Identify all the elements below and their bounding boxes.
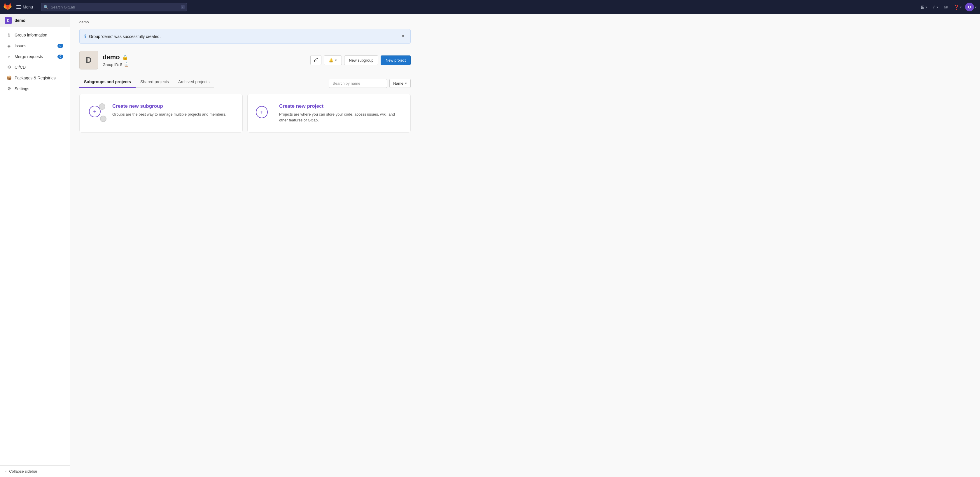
sidebar-group-name: demo xyxy=(14,18,25,23)
project-tabs: Subgroups and projects Shared projects A… xyxy=(80,77,214,88)
group-name: demo 🔒 xyxy=(103,53,129,61)
tab-archived-projects[interactable]: Archived projects xyxy=(173,77,214,88)
project-card-description: Projects are where you can store your co… xyxy=(279,112,402,123)
tab-subgroups-projects[interactable]: Subgroups and projects xyxy=(80,77,135,88)
sidebar-item-settings[interactable]: ⚙ Settings xyxy=(2,83,68,94)
merge-requests-badge: 0 xyxy=(57,54,63,59)
sidebar-item-packages[interactable]: 📦 Packages & Registries xyxy=(2,73,68,83)
avatar-dropdown-caret: ▾ xyxy=(975,6,977,9)
breadcrumb: demo xyxy=(80,20,410,24)
issues-icon: ◈ xyxy=(6,43,12,48)
group-info: D demo 🔒 Group ID: 5 📋 xyxy=(80,51,129,70)
merge-requests-icon: ⑃ xyxy=(6,54,12,59)
sidebar-item-label: Merge requests xyxy=(14,54,54,59)
search-input[interactable] xyxy=(41,3,187,11)
todos-button[interactable]: ✉ xyxy=(942,3,950,12)
sidebar-item-issues[interactable]: ◈ Issues 0 xyxy=(2,41,68,51)
cicd-icon: ⚙ xyxy=(6,64,12,70)
new-subgroup-button[interactable]: New subgroup xyxy=(344,56,379,65)
packages-icon: 📦 xyxy=(6,75,12,81)
sidebar-item-label: Packages & Registries xyxy=(14,76,63,80)
layout: D demo ℹ Group information ◈ Issues 0 ⑃ … xyxy=(0,14,980,477)
gitlab-logo[interactable] xyxy=(3,3,12,12)
copy-id-button[interactable]: 📋 xyxy=(124,62,129,67)
sidebar-item-label: Settings xyxy=(14,86,63,91)
alert-message: Group 'demo' was successfully created. xyxy=(89,34,397,39)
sort-caret: ▾ xyxy=(405,81,407,85)
merge-requests-button[interactable]: ⑃ ▾ xyxy=(931,3,940,11)
group-meta: Group ID: 5 📋 xyxy=(103,62,129,67)
lock-icon: 🔒 xyxy=(122,54,128,60)
tab-controls: Name ▾ xyxy=(329,79,410,88)
alert-close-button[interactable]: × xyxy=(400,33,406,40)
info-icon: ℹ xyxy=(6,32,12,38)
plus-icon: + xyxy=(93,108,97,115)
project-icon: + xyxy=(256,103,273,121)
sort-dropdown[interactable]: Name ▾ xyxy=(390,79,410,88)
help-button[interactable]: ❓ ▾ xyxy=(951,3,964,12)
search-bar: 🔍 / xyxy=(41,3,187,11)
sidebar-group-header[interactable]: D demo xyxy=(0,14,70,27)
subgroup-icon: + xyxy=(88,103,107,122)
sidebar-item-label: Group information xyxy=(14,33,63,37)
sidebar-item-merge-requests[interactable]: ⑃ Merge requests 0 xyxy=(2,51,68,62)
sidebar-item-group-information[interactable]: ℹ Group information xyxy=(2,30,68,40)
search-by-name-input[interactable] xyxy=(329,79,387,88)
group-avatar: D xyxy=(80,51,98,70)
navbar: Menu 🔍 / ⊞ ▾ ⑃ ▾ ✉ ❓ ▾ U ▾ xyxy=(0,0,980,14)
collapse-icon: « xyxy=(5,469,7,474)
sidebar: D demo ℹ Group information ◈ Issues 0 ⑃ … xyxy=(0,14,70,477)
search-shortcut: / xyxy=(181,5,185,9)
user-avatar-button[interactable]: U xyxy=(965,3,974,11)
subgroup-small-circle-1 xyxy=(99,103,105,110)
sidebar-item-label: CI/CD xyxy=(14,65,63,70)
create-subgroup-card[interactable]: + Create new subgroup Groups are the bes… xyxy=(80,94,243,132)
tab-shared-projects[interactable]: Shared projects xyxy=(135,77,173,88)
subgroup-small-circle-2 xyxy=(100,116,107,122)
group-actions: 🖊 🔔 ▾ New subgroup New project xyxy=(310,55,410,65)
search-icon: 🔍 xyxy=(43,5,48,10)
sidebar-nav: ℹ Group information ◈ Issues 0 ⑃ Merge r… xyxy=(0,27,70,465)
alert-icon: ℹ xyxy=(84,34,86,39)
subgroup-card-description: Groups are the best way to manage multip… xyxy=(112,112,226,117)
collapse-sidebar-button[interactable]: « Collapse sidebar xyxy=(0,465,70,477)
project-card-content: Create new project Projects are where yo… xyxy=(279,103,402,123)
new-item-button[interactable]: ⊞ ▾ xyxy=(918,3,929,12)
project-card-title: Create new project xyxy=(279,103,402,109)
notification-button[interactable]: 🔔 ▾ xyxy=(324,56,342,65)
cards-grid: + Create new subgroup Groups are the bes… xyxy=(80,94,410,132)
success-alert: ℹ Group 'demo' was successfully created.… xyxy=(80,29,410,44)
new-project-button[interactable]: New project xyxy=(381,56,410,65)
create-project-card[interactable]: + Create new project Projects are where … xyxy=(247,94,410,132)
pin-button[interactable]: 🖊 xyxy=(310,55,321,65)
notification-caret: ▾ xyxy=(335,58,337,62)
sidebar-item-label: Issues xyxy=(14,43,54,48)
main-content: demo ℹ Group 'demo' was successfully cre… xyxy=(70,14,980,477)
settings-icon: ⚙ xyxy=(6,86,12,91)
subgroup-card-content: Create new subgroup Groups are the best … xyxy=(112,103,226,117)
group-header: D demo 🔒 Group ID: 5 📋 🖊 xyxy=(80,51,410,70)
plus-icon: + xyxy=(260,109,264,116)
sidebar-item-cicd[interactable]: ⚙ CI/CD xyxy=(2,62,68,72)
issues-badge: 0 xyxy=(57,44,63,48)
menu-button[interactable]: Menu xyxy=(14,3,35,11)
subgroup-card-title: Create new subgroup xyxy=(112,103,226,109)
navbar-actions: ⊞ ▾ ⑃ ▾ ✉ ❓ ▾ U ▾ xyxy=(918,3,977,12)
sidebar-group-avatar: D xyxy=(5,17,12,24)
